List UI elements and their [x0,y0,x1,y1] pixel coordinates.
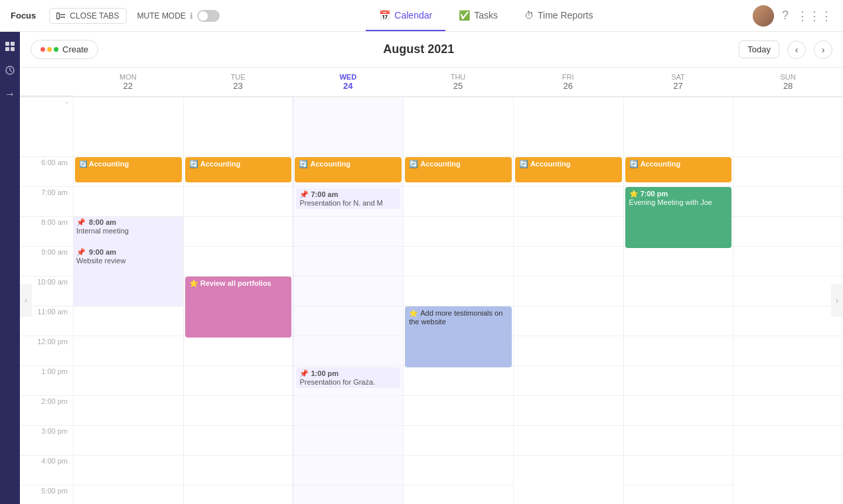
help-icon[interactable]: ? [782,9,789,23]
event-icon: 🔄 [629,160,641,168]
day-col-sun [733,97,843,504]
event-icon: 🔄 [79,160,89,168]
tasks-tab-label: Tasks [474,10,498,21]
event-accounting-thu[interactable]: 🔄 Accounting [405,157,512,182]
expand-arrow[interactable]: › [66,99,68,106]
prev-week-button[interactable]: ‹ [787,40,806,59]
svg-rect-6 [11,47,15,51]
sidebar-icon-2[interactable] [3,64,17,77]
tab-time-reports[interactable]: ⏱ Time Reports [511,1,607,31]
svg-line-9 [10,70,12,72]
event-title: Accounting [89,160,129,168]
day-header-sat: SAT 27 [623,68,733,96]
calendar-header: Create August 2021 Today ‹ › [20,32,843,68]
day-col-wed: 🔄 Accounting 📌 7:00 amPresentation for N… [293,97,403,504]
event-icon: 🔄 [299,160,310,168]
main-layout: → Create August 2021 Today ‹ › MON [0,32,843,504]
menu-icon[interactable]: ⋮⋮⋮ [797,9,832,23]
top-navigation: Focus CLOSE TABS MUTE MODE ℹ 📅 Calendar … [0,0,843,32]
event-title: Review all portfolios [200,279,271,287]
event-internal-meeting[interactable]: 📌 8:00 amInternal meeting [76,218,181,235]
time-8am: 8:00 am [20,216,73,246]
time-9am: 9:00 am [20,246,73,276]
pin-icon-2: 📌 [76,248,86,256]
event-title: Accounting [310,160,350,168]
tasks-tab-icon: ✅ [459,10,470,21]
svg-rect-4 [11,42,15,46]
focus-label: Focus [11,11,36,21]
day-header-sun: SUN 28 [733,68,843,96]
dot-green [54,47,58,52]
day-col-tue: 🔄 Accounting ⭐ Review all portfolios [183,97,293,504]
navigation-tabs: 📅 Calendar ✅ Tasks ⏱ Time Reports [230,1,742,31]
avatar-image [753,5,774,27]
time-2pm: 2:00 pm [20,395,73,425]
event-icon: 🔄 [409,160,420,168]
day-col-mon: 🔄 Accounting 📌 8:00 amInternal meeting [73,97,183,504]
pin-icon-3: 📌 [299,190,311,198]
event-website-review[interactable]: 📌 9:00 amWebsite review [76,248,181,265]
time-1pm: 1:00 pm [20,365,73,395]
svg-rect-3 [5,42,9,46]
star-icon-3: ⭐ [629,190,641,198]
nav-right-actions: ? ⋮⋮⋮ [753,5,832,27]
event-presentation-graza[interactable]: 📌 1:00 pmPresentation for Graża. [296,367,400,388]
mute-mode-control: MUTE MODE ℹ [137,10,220,22]
event-evening-meeting[interactable]: ⭐ 7:00 pmEvening Meeting with Joe [625,187,732,248]
day-header-tue: TUE 23 [183,68,293,96]
mute-mode-label: MUTE MODE [137,11,186,21]
svg-rect-0 [57,13,60,19]
event-title: Accounting [641,160,681,168]
pin-icon: 📌 [76,218,86,226]
event-accounting-wed[interactable]: 🔄 Accounting [295,157,402,182]
calendar-tab-label: Calendar [394,10,432,21]
tab-calendar[interactable]: 📅 Calendar [366,1,445,31]
time-12pm: 12:00 pm [20,336,73,365]
dot-yellow [47,47,52,52]
time-3pm: 3:00 pm [20,425,73,455]
day-col-fri: 🔄 Accounting [513,97,623,504]
time-reports-tab-label: Time Reports [538,10,593,21]
calendar-title: August 2021 [106,42,731,56]
sidebar-icon-1[interactable] [3,40,17,53]
event-title: Add more testimonials on the website [409,309,502,326]
event-title: Accounting [200,160,241,168]
star-icon-2: ⭐ [409,309,420,317]
event-accounting-sat[interactable]: 🔄 Accounting [625,157,732,182]
info-icon: ℹ [190,11,193,21]
pin-icon-4: 📌 [299,369,311,377]
tab-tasks[interactable]: ✅ Tasks [445,1,511,31]
day-header-wed: WED 24 [293,68,403,96]
avatar[interactable] [753,5,774,27]
event-review-portfolios[interactable]: ⭐ Review all portfolios [185,277,292,338]
time-4pm: 4:00 pm [20,455,73,485]
sidebar-icon-arrow-right[interactable]: → [3,88,17,101]
close-tabs-button[interactable]: CLOSE TABS [49,8,126,24]
next-week-button[interactable]: › [814,40,832,59]
event-accounting-mon[interactable]: 🔄 Accounting [75,157,182,182]
mute-mode-toggle[interactable] [197,10,220,22]
event-title: Accounting [530,160,571,168]
event-accounting-tue[interactable]: 🔄 Accounting [185,157,292,182]
today-button[interactable]: Today [739,40,779,58]
create-button[interactable]: Create [31,40,98,59]
time-grid: › 6:00 am 7:00 am 8:00 am 9:00 am 10:00 … [20,97,843,504]
calendar-main: Create August 2021 Today ‹ › MON 22 TUE … [20,32,843,504]
calendar-tab-icon: 📅 [379,10,390,21]
create-dots [40,47,58,52]
sidebar: → [0,32,20,504]
time-5pm: 5:00 pm [20,485,73,504]
day-header-thu: THU 25 [403,68,513,96]
day-col-sat: 🔄 Accounting ⭐ 7:00 pmEvening Meeting wi… [623,97,733,504]
day-col-thu: 🔄 Accounting ⭐ Add more testimonials o [403,97,513,504]
event-testimonials[interactable]: ⭐ Add more testimonials on the website [405,306,512,367]
day-header-fri: FRI 26 [513,68,623,96]
svg-rect-5 [5,47,9,51]
event-accounting-fri[interactable]: 🔄 Accounting [515,157,622,182]
right-scroll-arrow[interactable]: › [831,284,843,317]
event-icon: 🔄 [189,160,200,168]
left-scroll-arrow[interactable]: ‹ [20,284,32,317]
event-presentation-nm[interactable]: 📌 7:00 amPresentation for N. and M [296,188,400,209]
dot-red [40,47,45,52]
calendar-scroll-area[interactable]: › 6:00 am 7:00 am 8:00 am 9:00 am 10:00 … [20,97,843,504]
